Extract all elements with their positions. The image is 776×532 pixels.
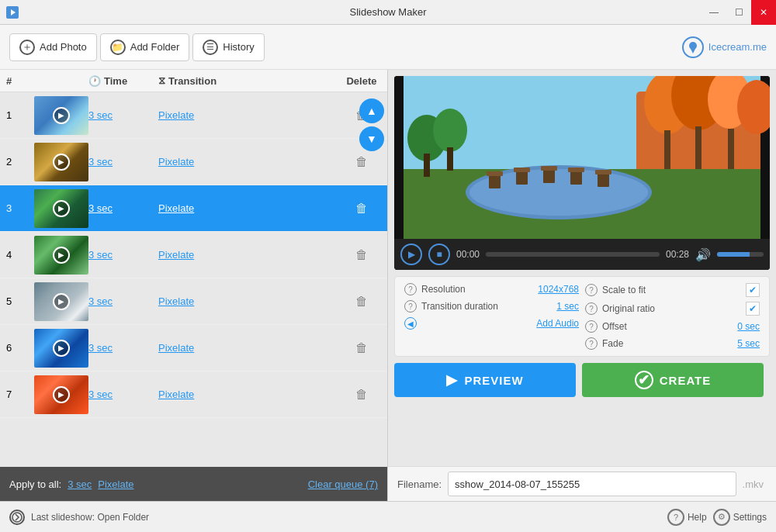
item-transition[interactable]: Pixelate [158,249,342,261]
svg-rect-21 [541,166,557,171]
current-time: 00:00 [456,249,480,260]
transition-duration-value[interactable]: 1 sec [556,301,579,312]
move-down-button[interactable]: ▼ [359,126,384,151]
maximize-button[interactable]: ☐ [726,0,751,25]
filename-row: Filename: .mkv [388,466,776,501]
svg-rect-29 [447,147,453,171]
item-time[interactable]: 3 sec [88,202,158,214]
col-time-header: 🕐 Time [88,75,158,87]
help-button[interactable]: ? Help [667,509,707,526]
resolution-value[interactable]: 1024x768 [538,284,579,295]
item-delete-button[interactable]: 🗑 [342,295,381,309]
item-thumbnail: ▶ [34,236,88,275]
add-audio-row: ◀ Add Audio [404,317,579,330]
audio-help-icon[interactable]: ◀ [404,317,417,330]
item-time[interactable]: 3 sec [88,249,158,261]
history-button[interactable]: ☰ History [192,33,264,61]
offset-help-icon[interactable]: ? [585,320,598,333]
original-ratio-checkbox[interactable]: ✔ [746,302,760,316]
item-transition[interactable]: Pixelate [158,202,342,214]
clear-queue-button[interactable]: Clear queue (7) [308,478,378,490]
volume-bar[interactable] [717,252,764,257]
list-item[interactable]: 6 ▶ 3 sec Pixelate 🗑 [0,325,387,371]
window-title: Slideshow Maker [350,6,427,18]
item-delete-button[interactable]: 🗑 [342,388,381,402]
item-thumbnail: ▶ [34,143,88,181]
scale-help-icon[interactable]: ? [585,284,598,296]
thumb-play-icon: ▶ [53,107,70,124]
fade-value[interactable]: 5 sec [737,338,760,349]
item-number: 2 [6,156,34,168]
settings-button[interactable]: ⚙ Settings [713,509,767,526]
item-number: 1 [6,109,34,121]
add-photo-icon: ＋ [19,40,35,55]
stop-button[interactable]: ■ [428,244,450,265]
transition-duration-row: ? Transition duration 1 sec [404,300,579,313]
original-ratio-label: Original ratio [602,303,655,314]
scale-to-fit-label: Scale to fit [602,285,646,295]
item-transition[interactable]: Pixelate [158,295,342,307]
filename-input[interactable] [448,472,736,496]
item-time[interactable]: 3 sec [88,156,158,168]
item-time[interactable]: 3 sec [88,295,158,307]
col-num-header: # [6,75,34,87]
minimize-button[interactable]: — [702,0,726,25]
fade-label: Fade [602,338,623,349]
add-photo-button[interactable]: ＋ Add Photo [9,33,97,61]
item-delete-button[interactable]: 🗑 [342,248,381,262]
table-header: # 🕐 Time ⧖ Transition Delete [0,70,387,92]
apply-all-time[interactable]: 3 sec [68,478,92,490]
app-icon [6,6,19,19]
item-delete-button[interactable]: 🗑 [342,202,381,216]
history-label: History [223,41,254,53]
move-up-button[interactable]: ▲ [359,98,384,123]
item-time[interactable]: 3 sec [88,389,158,400]
item-number: 6 [6,342,34,354]
col-delete-header: Delete [342,75,381,87]
offset-label: Offset [602,321,627,332]
add-folder-button[interactable]: 📁 Add Folder [100,33,190,61]
svg-rect-23 [568,168,584,172]
help-icon: ? [667,509,684,526]
fade-row: ? Fade 5 sec [585,337,760,350]
list-item[interactable]: 3 ▶ 3 sec Pixelate 🗑 [0,185,387,232]
ratio-help-icon[interactable]: ? [585,302,598,315]
item-time[interactable]: 3 sec [88,109,158,121]
create-label: CREATE [660,374,712,387]
item-transition[interactable]: Pixelate [158,389,342,400]
offset-value[interactable]: 0 sec [737,321,760,332]
thumb-play-icon: ▶ [53,200,70,217]
item-time[interactable]: 3 sec [88,342,158,354]
list-item[interactable]: 5 ▶ 3 sec Pixelate 🗑 [0,278,387,325]
add-folder-label: Add Folder [130,41,180,53]
add-audio-button[interactable]: Add Audio [536,318,579,329]
list-scroll[interactable]: 1 ▶ 3 sec Pixelate 🗑 2 ▶ 3 sec Pixelate … [0,92,387,467]
item-transition[interactable]: Pixelate [158,156,342,168]
transition-duration-help-icon[interactable]: ? [404,300,417,313]
video-controls: ▶ ■ 00:00 00:28 🔊 [394,239,770,270]
icecream-link[interactable]: Icecream.me [682,36,767,58]
video-preview: ▶ ■ 00:00 00:28 🔊 [394,76,770,270]
apply-all-transition[interactable]: Pixelate [98,478,133,490]
item-delete-button[interactable]: 🗑 [342,341,381,355]
svg-point-2 [689,42,697,50]
resolution-help-icon[interactable]: ? [404,283,417,295]
title-bar: Slideshow Maker — ☐ ✕ [0,0,776,25]
play-button[interactable]: ▶ [400,244,422,265]
item-transition[interactable]: Pixelate [158,342,342,354]
apply-bar: Apply to all: 3 sec Pixelate Clear queue… [0,467,387,501]
col-transition-header: ⧖ Transition [158,74,342,87]
close-button[interactable]: ✕ [751,0,776,25]
create-button[interactable]: ✔ CREATE [582,363,764,397]
svg-rect-17 [487,171,503,176]
list-item[interactable]: 4 ▶ 3 sec Pixelate 🗑 [0,232,387,278]
preview-button[interactable]: ▶ PREVIEW [394,363,576,397]
fade-help-icon[interactable]: ? [585,337,598,350]
scale-to-fit-checkbox[interactable]: ✔ [746,283,760,297]
list-item[interactable]: 1 ▶ 3 sec Pixelate 🗑 [0,92,387,139]
list-item[interactable]: 2 ▶ 3 sec Pixelate 🗑 [0,139,387,185]
progress-bar[interactable] [486,252,660,257]
volume-icon[interactable]: 🔊 [695,247,711,262]
list-item[interactable]: 7 ▶ 3 sec Pixelate 🗑 [0,371,387,418]
item-transition[interactable]: Pixelate [158,109,342,121]
